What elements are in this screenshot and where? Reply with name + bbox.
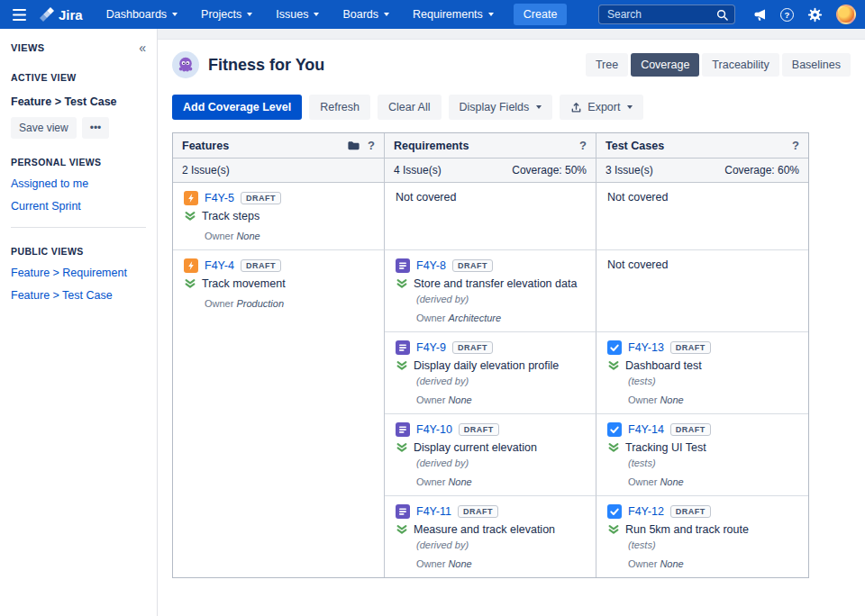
status-badge: DRAFT: [241, 192, 281, 204]
issue-card: F4Y-4 DRAFT Track movement OwnerProducti…: [184, 258, 373, 309]
status-badge: DRAFT: [452, 341, 493, 354]
testcases-coverage: Coverage: 60%: [724, 164, 799, 177]
top-navigation: Jira Dashboards Projects Issues Boards R…: [0, 0, 865, 29]
priority-lowest-icon: [396, 277, 408, 290]
owner-value: None: [448, 394, 471, 405]
requirement-type-icon: [396, 504, 410, 519]
chevron-down-icon: [314, 13, 319, 16]
requirement-cell: F4Y-11 DRAFT Measure and track elevation…: [385, 496, 596, 577]
owner-line: OwnerNone: [416, 394, 585, 405]
issue-card: F4Y-11 DRAFT Measure and track elevation…: [396, 504, 585, 569]
status-badge: DRAFT: [459, 423, 499, 436]
help-icon[interactable]: ?: [368, 139, 375, 152]
sidebar-title: VIEWS: [11, 42, 44, 53]
issue-summary: Display current elevation: [414, 441, 537, 454]
clear-all-button[interactable]: Clear All: [378, 95, 442, 120]
issue-key-link[interactable]: F4Y-9: [416, 341, 446, 354]
issue-summary: Track movement: [202, 277, 286, 290]
announcement-megaphone-icon[interactable]: [753, 8, 767, 22]
export-icon: [570, 102, 582, 113]
search-input[interactable]: [606, 7, 711, 22]
tab-tree[interactable]: Tree: [586, 53, 628, 77]
chevron-down-icon: [384, 13, 389, 16]
active-view-heading: ACTIVE VIEW: [11, 72, 146, 83]
help-icon[interactable]: ?: [579, 139, 587, 152]
owner-line: OwnerNone: [628, 476, 797, 487]
main-content: Fitness for You Tree Coverage Traceabili…: [158, 29, 865, 616]
tab-coverage[interactable]: Coverage: [631, 53, 699, 77]
collapse-sidebar-button[interactable]: «: [139, 41, 146, 54]
issue-card: F4Y-12 DRAFT Run 5km and track route (te…: [607, 504, 797, 569]
requirements-count: 4 Issue(s): [394, 164, 442, 177]
owner-line: OwnerNone: [416, 476, 585, 487]
owner-value: None: [660, 558, 683, 569]
issue-key-link[interactable]: F4Y-14: [628, 423, 664, 436]
requirement-type-icon: [396, 340, 410, 355]
issue-summary: Dashboard test: [625, 359, 702, 372]
hamburger-menu-icon[interactable]: [9, 9, 30, 21]
relation-label: (derived by): [416, 539, 585, 550]
jira-logo[interactable]: Jira: [39, 6, 90, 23]
testcase-cell-empty: Not covered: [596, 183, 808, 250]
help-icon[interactable]: ?: [780, 8, 794, 22]
tab-traceability[interactable]: Traceability: [702, 53, 778, 77]
owner-value: Production: [236, 298, 284, 309]
nav-menu-dashboards[interactable]: Dashboards: [99, 0, 185, 29]
issue-card: F4Y-9 DRAFT Display daily elevation prof…: [396, 340, 585, 405]
owner-line: OwnerProduction: [205, 298, 373, 309]
export-dropdown[interactable]: Export: [560, 95, 643, 120]
requirement-cell: F4Y-8 DRAFT Store and transfer elevation…: [385, 250, 596, 332]
priority-lowest-icon: [607, 359, 620, 372]
issue-summary: Store and transfer elevation data: [414, 277, 577, 290]
nav-menu-requirements[interactable]: Requirements: [405, 0, 501, 29]
nav-menu-issues[interactable]: Issues: [269, 0, 326, 29]
requirement-type-icon: [396, 422, 410, 437]
issue-key-link[interactable]: F4Y-12: [628, 505, 664, 518]
add-coverage-level-button[interactable]: Add Coverage Level: [172, 95, 302, 120]
priority-lowest-icon: [396, 359, 408, 372]
status-badge: DRAFT: [241, 259, 281, 272]
views-sidebar: VIEWS « ACTIVE VIEW Feature > Test Case …: [0, 29, 158, 616]
status-badge: DRAFT: [670, 505, 711, 518]
tab-baselines[interactable]: Baselines: [782, 53, 851, 77]
chevron-down-icon: [247, 13, 252, 16]
sidebar-item-assigned-to-me[interactable]: Assigned to me: [11, 177, 146, 190]
priority-lowest-icon: [184, 277, 196, 290]
nav-menu-projects[interactable]: Projects: [194, 0, 260, 29]
help-icon[interactable]: ?: [792, 139, 799, 152]
chevron-down-icon: [172, 13, 178, 16]
display-fields-dropdown[interactable]: Display Fields: [449, 95, 553, 120]
save-view-button[interactable]: Save view: [11, 117, 77, 139]
active-view-name: Feature > Test Case: [11, 95, 146, 108]
nav-menu-boards[interactable]: Boards: [335, 0, 396, 29]
chevron-down-icon: [488, 13, 494, 16]
issue-summary: Measure and track elevation: [414, 523, 555, 536]
create-button[interactable]: Create: [514, 4, 568, 25]
issue-card: F4Y-14 DRAFT Tracking UI Test (tests) Ow…: [607, 422, 797, 487]
issue-key-link[interactable]: F4Y-5: [205, 192, 234, 204]
column-header-features: Features ?: [173, 133, 385, 159]
owner-value: None: [448, 476, 471, 487]
issue-key-link[interactable]: F4Y-4: [205, 259, 234, 272]
folder-icon[interactable]: [347, 139, 360, 152]
issue-key-link[interactable]: F4Y-11: [416, 505, 451, 518]
brand-name: Jira: [59, 7, 83, 23]
issue-key-link[interactable]: F4Y-8: [416, 259, 446, 272]
column-header-testcases: Test Cases ?: [596, 133, 808, 159]
issue-card: F4Y-10 DRAFT Display current elevation (…: [396, 422, 585, 487]
requirements-coverage: Coverage: 50%: [512, 164, 587, 177]
sidebar-item-current-sprint[interactable]: Current Sprint: [11, 200, 146, 213]
sidebar-item-feature-test-case[interactable]: Feature > Test Case: [11, 289, 146, 302]
refresh-button[interactable]: Refresh: [309, 95, 370, 120]
issue-summary: Track steps: [202, 210, 260, 222]
testcase-cell: F4Y-12 DRAFT Run 5km and track route (te…: [596, 496, 808, 577]
sidebar-item-feature-requirement[interactable]: Feature > Requirement: [11, 267, 146, 279]
owner-value: Architecture: [448, 313, 501, 323]
issue-key-link[interactable]: F4Y-13: [628, 341, 664, 354]
search-box[interactable]: [598, 5, 735, 24]
gear-icon[interactable]: [807, 7, 823, 23]
feature-type-icon: [184, 258, 198, 273]
issue-key-link[interactable]: F4Y-10: [416, 423, 452, 436]
more-options-button[interactable]: •••: [82, 117, 110, 139]
user-avatar[interactable]: [836, 5, 856, 24]
